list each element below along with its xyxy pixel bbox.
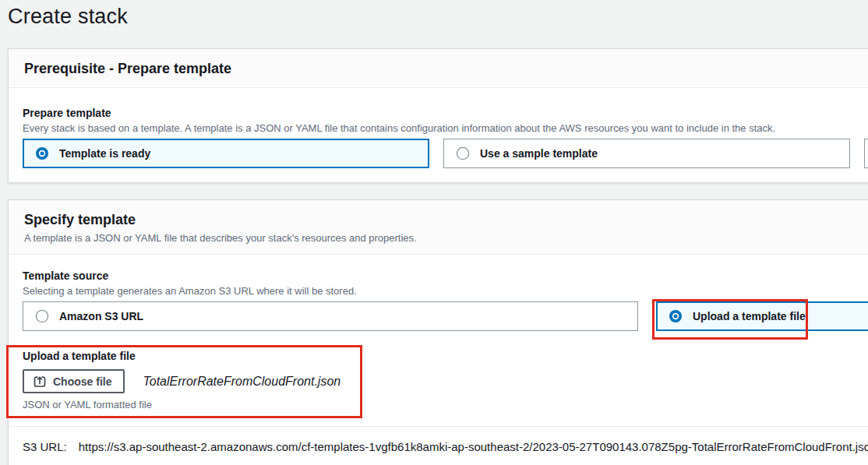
- radio-option-amazon-s3-url[interactable]: Amazon S3 URL: [23, 301, 638, 331]
- template-source-options: Amazon S3 URL Upload a template file: [23, 301, 868, 331]
- radio-option-use-sample-template[interactable]: Use a sample template: [443, 139, 850, 168]
- prerequisite-panel-header: Prerequisite - Prepare template: [9, 49, 868, 88]
- page-title: Create stack: [8, 5, 128, 29]
- radio-option-upload-template-file[interactable]: Upload a template file: [656, 301, 868, 331]
- upload-file-row: Choose file TotalErrorRateFromCloudFront…: [23, 369, 868, 393]
- s3-url-row: S3 URL:https://s3.ap-southeast-2.amazona…: [23, 440, 868, 453]
- radio-option-label: Amazon S3 URL: [59, 310, 143, 322]
- radio-selected-icon: [669, 309, 683, 323]
- choose-file-button[interactable]: Choose file: [23, 369, 125, 393]
- prepare-template-description: Every stack is based on a template. A te…: [23, 122, 868, 134]
- radio-option-cutoff[interactable]: [864, 139, 868, 168]
- upload-template-section: Upload a template file Choose file Total…: [23, 350, 868, 410]
- template-source-label: Template source: [23, 269, 868, 282]
- section-divider: [9, 426, 868, 427]
- radio-selected-icon: [35, 146, 49, 160]
- radio-option-template-is-ready[interactable]: Template is ready: [23, 139, 429, 168]
- upload-helper-text: JSON or YAML formatted file: [23, 399, 868, 410]
- specify-panel-subtitle: A template is a JSON or YAML file that d…: [24, 232, 864, 244]
- prepare-template-label: Prepare template: [23, 107, 868, 119]
- prerequisite-panel: Prerequisite - Prepare template Prepare …: [8, 48, 868, 183]
- template-source-description: Selecting a template generates an Amazon…: [23, 285, 868, 297]
- specify-panel-body: Template source Selecting a template gen…: [9, 255, 868, 453]
- specify-panel-header: Specify template A template is a JSON or…: [9, 200, 868, 255]
- choose-file-button-label: Choose file: [53, 375, 111, 388]
- radio-option-label: Upload a template file: [693, 310, 806, 322]
- upload-template-label: Upload a template file: [23, 350, 868, 362]
- selected-file-name: TotalErrorRateFromCloudFront.json: [143, 375, 340, 389]
- specify-template-panel: Specify template A template is a JSON or…: [8, 199, 868, 465]
- prepare-template-options: Template is ready Use a sample template: [23, 139, 868, 168]
- s3-url-value: https://s3.ap-southeast-2.amazonaws.com/…: [79, 440, 868, 453]
- upload-icon: [34, 375, 46, 388]
- prerequisite-panel-body: Prepare template Every stack is based on…: [9, 88, 868, 168]
- specify-panel-title: Specify template: [24, 212, 864, 228]
- radio-unselected-icon: [35, 309, 49, 323]
- radio-option-label: Use a sample template: [480, 147, 598, 160]
- radio-unselected-icon: [456, 146, 470, 160]
- radio-option-label: Template is ready: [59, 147, 150, 160]
- prerequisite-panel-title: Prerequisite - Prepare template: [24, 61, 864, 77]
- s3-url-label: S3 URL:: [23, 440, 67, 453]
